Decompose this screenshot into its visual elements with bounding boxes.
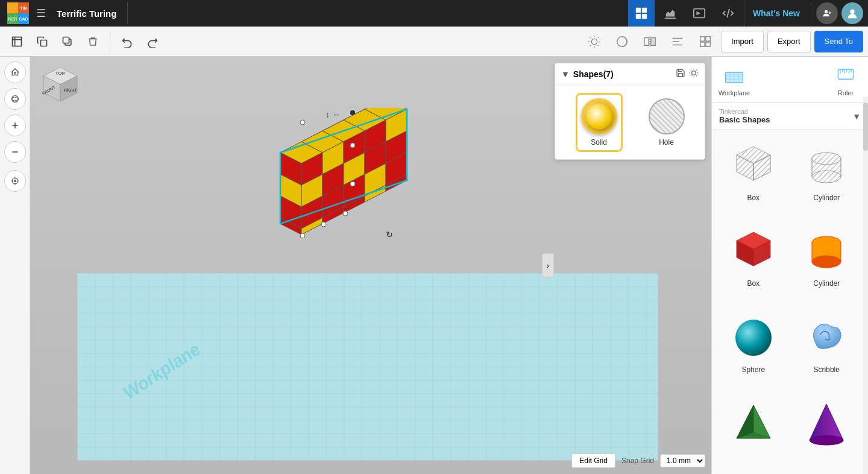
svg-line-124 (691, 70, 691, 71)
workplane-icon (722, 63, 746, 87)
purple-cone-icon (802, 399, 851, 447)
hole-shape-option[interactable]: Hole (649, 98, 685, 147)
hole-label: Hole (659, 138, 674, 147)
canvas-area[interactable]: TOP FRONT RIGHT ↕ ↔ (30, 57, 711, 474)
panel-collapse-button[interactable]: › (542, 253, 554, 277)
ruler-tool[interactable]: Ruler (831, 63, 861, 96)
shape-purple-cone[interactable] (793, 394, 861, 467)
zoom-out-button[interactable] (4, 141, 26, 163)
codeblocks-button[interactable] (715, 0, 741, 27)
group-button[interactable] (693, 30, 717, 54)
logo-cell-ker: KER (7, 13, 18, 24)
shapes-panel-header: ▼ Shapes(7) (555, 63, 705, 86)
light-button[interactable] (582, 30, 606, 54)
solid-shape-option[interactable]: Solid (576, 93, 623, 152)
svg-point-154 (812, 171, 841, 183)
shapes-grid: Box (712, 130, 868, 474)
svg-rect-13 (644, 37, 649, 45)
workplane-label: Workplane (719, 89, 750, 96)
shapes-collapse-icon[interactable]: ▼ (561, 69, 570, 79)
duplicate-button[interactable] (55, 30, 80, 54)
toolbar-separator-1 (110, 33, 110, 51)
logo-cell-cad: CAD (18, 13, 29, 24)
orange-cylinder-label: Cylinder (813, 279, 840, 288)
svg-point-116 (343, 211, 348, 216)
orbit-button[interactable] (4, 88, 26, 110)
shape-button[interactable] (610, 30, 634, 54)
svg-point-19 (11, 96, 18, 103)
zoom-in-button[interactable] (4, 115, 26, 136)
shape-gray-cylinder[interactable]: Cylinder (793, 137, 861, 218)
toolbar-right: Import Export Send To (582, 30, 863, 54)
right-panel-header: Workplane Ruler (712, 57, 868, 103)
category-dropdown-icon[interactable]: ▼ (852, 112, 861, 121)
fit-view-button[interactable] (4, 170, 26, 192)
import-button[interactable]: Import (721, 31, 764, 52)
nav-menu-icon[interactable]: ☰ (34, 7, 48, 20)
category-name: Basic Shapes (719, 115, 770, 124)
red-box-label: Box (747, 279, 760, 288)
bottom-status: Edit Grid Snap Grid 1.0 mm 0.5 mm 2.0 mm (571, 453, 705, 468)
logo-cell-blank (7, 2, 18, 13)
category-selector[interactable]: Tinkercad Basic Shapes ▼ (712, 103, 868, 130)
home-button[interactable] (4, 62, 26, 83)
redo-button[interactable] (140, 30, 165, 54)
shape-green-pyramid[interactable] (719, 394, 788, 467)
shapes-light-icon[interactable] (689, 68, 699, 80)
gray-cylinder-icon (802, 142, 851, 190)
svg-point-121 (692, 71, 696, 75)
svg-rect-15 (700, 36, 705, 40)
workplane-tool[interactable]: Workplane (719, 63, 749, 96)
scribble-label: Scribble (814, 365, 840, 374)
snap-grid-select[interactable]: 1.0 mm 0.5 mm 2.0 mm (660, 454, 705, 467)
grid-view-button[interactable] (628, 0, 655, 27)
shape-red-box[interactable]: Box (719, 223, 788, 303)
svg-rect-7 (13, 37, 22, 46)
scrollbar-thumb[interactable] (863, 103, 868, 151)
undo-button[interactable] (115, 30, 139, 54)
svg-rect-14 (651, 37, 655, 45)
export-button[interactable]: Export (767, 31, 811, 52)
scribble-icon (802, 314, 851, 362)
whats-new-button[interactable]: What's New (744, 0, 808, 27)
shape-blue-sphere[interactable]: Sphere (719, 309, 788, 390)
gray-cylinder-label: Cylinder (813, 194, 840, 202)
ruler-icon (834, 63, 858, 87)
edit-grid-button[interactable]: Edit Grid (571, 453, 615, 468)
svg-marker-167 (810, 404, 843, 440)
delete-button[interactable] (81, 30, 105, 54)
align-button[interactable] (665, 30, 690, 54)
simulate-button[interactable] (686, 0, 712, 27)
category-source: Tinkercad (719, 108, 770, 115)
project-title: Terrific Turing (53, 8, 120, 19)
scrollbar-track (863, 96, 868, 474)
red-box-icon (729, 227, 778, 276)
svg-text:↻: ↻ (386, 230, 393, 239)
gray-box-label: Box (747, 194, 760, 202)
build-view-button[interactable] (657, 0, 684, 27)
svg-rect-16 (706, 36, 710, 40)
green-pyramid-icon (729, 399, 778, 447)
svg-line-128 (691, 75, 691, 76)
copy-button[interactable] (30, 30, 54, 54)
send-to-button[interactable]: Send To (814, 31, 863, 52)
svg-rect-18 (706, 42, 710, 46)
orange-cylinder-icon (802, 227, 851, 276)
add-user-button[interactable] (816, 2, 838, 24)
svg-point-119 (350, 143, 355, 148)
user-avatar[interactable] (841, 2, 863, 24)
toolbar: Import Export Send To (0, 27, 868, 57)
ruler-label: Ruler (838, 89, 854, 96)
mirror-button[interactable] (638, 30, 662, 54)
logo-cell-tin: TIN (18, 2, 29, 13)
svg-point-115 (321, 222, 326, 227)
shapes-save-icon[interactable] (676, 68, 685, 80)
shape-orange-cylinder[interactable]: Cylinder (793, 223, 861, 303)
frame-button[interactable] (5, 30, 29, 54)
rubiks-cube[interactable]: ↻ (265, 108, 440, 277)
nav-right-icons: What's New (628, 0, 868, 27)
view-cube[interactable]: TOP FRONT RIGHT (36, 63, 84, 111)
shape-scribble[interactable]: Scribble (793, 309, 861, 390)
svg-text:RIGHT: RIGHT (64, 88, 78, 92)
shape-gray-box[interactable]: Box (719, 137, 788, 218)
